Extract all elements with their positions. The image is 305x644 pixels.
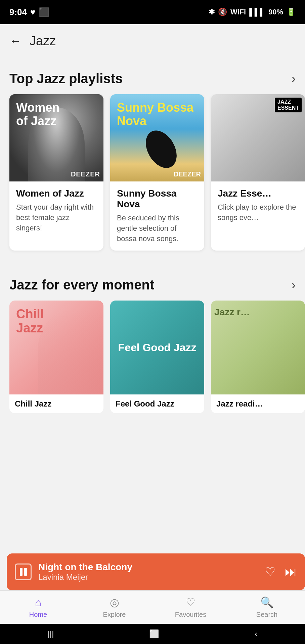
moment-card-feel-good-jazz[interactable]: Feel Good Jazz Feel Good Jazz [110,301,204,413]
mute-icon: 🔇 [218,8,227,16]
feel-good-img: Feel Good Jazz [110,301,204,394]
card-name-sunny-bossa-nova: Sunny Bossa Nova [117,188,198,210]
jazz-read-title: Jazz r… [214,307,250,318]
card-desc-jazz-essentials: Click play to explore the songs eve… [218,202,298,223]
chill-jazz-title: ChillJazz [16,307,44,335]
home-icon: ⌂ [35,596,41,609]
nav-label-search: Search [256,611,277,619]
pause-button[interactable] [15,564,32,580]
wifi-icon: WiFi [230,8,246,16]
nav-item-favourites[interactable]: ♡ Favourites [152,596,229,619]
moment-label-feel-good-jazz: Feel Good Jazz [110,394,204,413]
card-name-jazz-essentials: Jazz Esse… [218,188,298,199]
nav-label-favourites: Favourites [175,611,206,619]
now-playing-bar[interactable]: Night on the Balcony Lavinia Meijer ♡ ⏭ [7,553,305,590]
nav-label-home: Home [29,611,47,619]
search-icon: 🔍 [260,596,274,609]
signal-icon: ▌▌▌ [249,8,265,16]
chill-jazz-img: ChillJazz [9,301,103,394]
now-playing-actions: ♡ ⏭ [265,565,297,579]
nav-item-search[interactable]: 🔍 Search [229,596,305,619]
section1-header: Top Jazz playlists › [0,64,305,94]
moment-img-chill-jazz: ChillJazz [9,301,103,394]
jazz-ess-brand-top: JAZZESSENT [275,98,302,112]
top-nav: ← Jazz [0,24,305,58]
women-jazz-overlay-title: Womenof Jazz [16,101,59,127]
moment-card-jazz-reading[interactable]: Jazz r… Jazz readi… [211,301,305,413]
now-playing-title: Night on the Balcony [38,562,258,573]
bossa-nova-img: Sunny BossaNova DEEZER [110,94,204,181]
moment-card-chill-jazz[interactable]: ChillJazz Chill Jazz [9,301,103,413]
section2-arrow[interactable]: › [292,278,296,292]
card-image-women-of-jazz: Womenof Jazz DEEZER [9,94,103,181]
section2-title: Jazz for every moment [9,277,154,292]
explore-icon: ◎ [110,596,119,609]
playlist-card-jazz-essentials[interactable]: JAZZESSENT Jazz Esse… Click play to expl… [211,94,305,251]
moment-img-feel-good-jazz: Feel Good Jazz [110,301,204,394]
android-home-button[interactable]: ⬜ [149,629,159,639]
card-image-sunny-bossa-nova: Sunny BossaNova DEEZER [110,94,204,181]
jazz-ess-img: JAZZESSENT [211,94,305,181]
card-desc-sunny-bossa-nova: Be seduced by this gentle selection of b… [117,213,198,244]
moment-img-jazz-reading: Jazz r… [211,301,305,394]
nav-item-explore[interactable]: ◎ Explore [76,596,152,619]
playlists-row: Womenof Jazz DEEZER Women of Jazz Start … [0,94,305,261]
nav-label-explore: Explore [103,611,126,619]
battery-percent: 90% [268,8,283,16]
playlist-card-sunny-bossa-nova[interactable]: Sunny BossaNova DEEZER Sunny Bossa Nova … [110,94,204,251]
status-time: 9:04 [9,7,27,17]
card-desc-women-of-jazz: Start your day right with best female ja… [16,202,97,233]
main-content: Top Jazz playlists › Womenof Jazz DEEZER… [0,58,305,423]
page-title: Jazz [30,34,56,48]
bossa-nova-brand: DEEZER [174,170,201,178]
now-playing-artist: Lavinia Meijer [38,573,258,582]
card-name-women-of-jazz: Women of Jazz [16,188,97,199]
diver-silhouette [139,125,183,173]
back-button[interactable]: ← [9,34,21,48]
playlist-card-women-of-jazz[interactable]: Womenof Jazz DEEZER Women of Jazz Start … [9,94,103,251]
android-back-button[interactable]: ‹ [255,629,257,639]
women-jazz-brand: DEEZER [71,170,100,178]
section2: Jazz for every moment › ChillJazz Chill … [0,271,305,423]
pause-icon [20,568,27,576]
jazz-read-img: Jazz r… [211,301,305,394]
women-jazz-img: Womenof Jazz DEEZER [9,94,103,181]
battery-icon: 🔋 [287,8,296,16]
card-image-jazz-essentials: JAZZESSENT [211,94,305,181]
section1-title: Top Jazz playlists [9,71,123,86]
status-bar: 9:04 ♥ ⬛ ✱ 🔇 WiFi ▌▌▌ 90% 🔋 [0,0,305,24]
bluetooth-icon: ✱ [209,8,215,16]
pause-bar-right [24,568,27,576]
section1-arrow[interactable]: › [292,72,296,86]
pause-bar-left [20,568,23,576]
moment-label-jazz-reading: Jazz readi… [211,394,305,413]
heart-status-icon: ♥ [30,7,35,17]
favourite-button[interactable]: ♡ [265,565,275,579]
status-right: ✱ 🔇 WiFi ▌▌▌ 90% 🔋 [209,8,296,16]
card-body-jazz-essentials: Jazz Esse… Click play to explore the son… [211,181,305,230]
section2-header: Jazz for every moment › [0,271,305,301]
android-nav-bar: ||| ⬜ ‹ [0,624,305,644]
feel-good-title: Feel Good Jazz [118,341,197,354]
camera-icon: ⬛ [39,7,49,17]
moment-playlists-row: ChillJazz Chill Jazz Feel Good Jazz Feel… [0,301,305,423]
now-playing-info: Night on the Balcony Lavinia Meijer [38,562,258,582]
card-body-women-of-jazz: Women of Jazz Start your day right with … [9,181,103,240]
bottom-nav: ⌂ Home ◎ Explore ♡ Favourites 🔍 Search [0,590,305,624]
bossa-nova-overlay-title: Sunny BossaNova [117,101,193,127]
nav-item-home[interactable]: ⌂ Home [0,596,76,619]
android-recent-button[interactable]: ||| [48,629,54,639]
status-left: 9:04 ♥ ⬛ [9,7,49,17]
skip-button[interactable]: ⏭ [285,565,297,579]
card-body-sunny-bossa-nova: Sunny Bossa Nova Be seduced by this gent… [110,181,204,251]
favourites-icon: ♡ [186,596,195,609]
moment-label-chill-jazz: Chill Jazz [9,394,103,413]
